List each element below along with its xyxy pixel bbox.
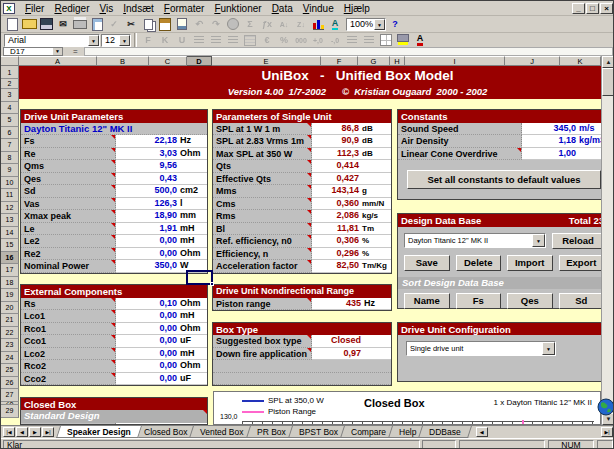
empty-row[interactable] — [213, 360, 391, 373]
row-label[interactable]: Nominal Power — [21, 260, 116, 273]
value-cell[interactable]: Closed — [312, 335, 391, 348]
row-label[interactable]: Rms — [213, 210, 312, 223]
row-header[interactable]: 13 — [1, 214, 19, 227]
value-cell[interactable]: 22,18Hz — [116, 135, 207, 148]
chart-wizard-icon[interactable] — [310, 17, 326, 32]
value-cell[interactable]: 0,296% — [312, 248, 391, 261]
row-label[interactable]: Down fire application — [213, 348, 312, 361]
row-label[interactable]: Acceleration factor — [213, 260, 312, 273]
menu-item[interactable]: Funktioner — [209, 2, 266, 15]
scroll-up-icon[interactable]: ▲ — [602, 56, 614, 68]
value-cell[interactable]: 0,43 — [116, 173, 207, 186]
database-action-button[interactable]: Save — [404, 255, 450, 271]
row-header[interactable]: 24 — [1, 352, 19, 365]
row-header[interactable]: 9 — [1, 164, 19, 177]
print-icon[interactable] — [72, 17, 88, 32]
chevron-down-icon[interactable]: ▼ — [119, 35, 130, 46]
equals-icon[interactable]: = — [73, 47, 78, 56]
value-cell[interactable]: 0,00mH — [116, 348, 207, 361]
row-label[interactable]: Sd — [21, 185, 116, 198]
value-cell[interactable]: 0,414 — [312, 160, 391, 173]
value-cell[interactable]: 0,00Ohm — [116, 323, 207, 336]
sort-button[interactable]: Name — [404, 293, 450, 309]
row-header[interactable]: 2 — [1, 79, 19, 89]
hscroll-right-icon[interactable]: ▶| — [601, 427, 613, 437]
row-label[interactable]: Ref. efficiency, n0 — [213, 235, 312, 248]
row-header[interactable]: 1 — [1, 66, 19, 79]
font-size-select[interactable]: 12 ▼ — [101, 34, 131, 47]
value-cell[interactable]: 86,8dB — [312, 123, 391, 136]
drive-unit-config-select[interactable]: Single drive unit ▼ — [406, 341, 556, 356]
print-preview-icon[interactable] — [89, 17, 105, 32]
row-label[interactable]: Air Density — [398, 135, 522, 148]
value-cell[interactable]: 1,18kg/m3 — [522, 135, 610, 148]
row-label[interactable]: Le — [21, 223, 116, 236]
row-header[interactable]: 7 — [1, 139, 19, 152]
align-center-icon[interactable] — [208, 33, 224, 48]
help-icon[interactable]: ? — [387, 17, 403, 32]
formula-input[interactable] — [84, 47, 613, 56]
row-label[interactable]: Sound Speed — [398, 123, 522, 136]
save-icon[interactable] — [38, 17, 54, 32]
row-header[interactable]: 3 — [1, 89, 19, 102]
row-label[interactable]: Effective Qts — [213, 173, 312, 186]
close-button[interactable]: × — [600, 3, 613, 14]
hscroll-left-icon[interactable]: ◀ — [476, 427, 488, 437]
row-label[interactable]: Re2 — [21, 248, 116, 261]
next-sheet-icon[interactable]: ▶ — [29, 427, 41, 437]
row-label[interactable]: Xmax peak — [21, 210, 116, 223]
database-action-button[interactable]: Export — [559, 255, 605, 271]
value-cell[interactable]: 9,56 — [116, 160, 207, 173]
menu-item[interactable]: Hjælp — [339, 2, 375, 15]
value-cell[interactable]: 0,97 — [312, 348, 391, 361]
menu-item[interactable]: Vis — [95, 2, 119, 15]
row-label[interactable]: Bl — [213, 223, 312, 236]
menu-item[interactable]: Formater — [159, 2, 210, 15]
font-color-icon[interactable] — [412, 33, 428, 48]
value-cell[interactable]: 112,3dB — [312, 148, 391, 161]
row-header[interactable]: 17 — [1, 264, 19, 277]
row-label[interactable]: Linear Cone Overdrive — [398, 148, 522, 161]
row-header[interactable]: 29 — [1, 405, 19, 418]
row-label[interactable]: Piston range — [213, 298, 312, 311]
column-header[interactable]: E — [212, 56, 321, 66]
value-cell[interactable]: 143,14g — [312, 185, 391, 198]
row-label[interactable]: Qts — [213, 160, 312, 173]
sort-button[interactable]: Sd — [559, 293, 605, 309]
email-icon[interactable]: ✉ — [55, 17, 71, 32]
value-cell[interactable]: 126,3l — [116, 198, 207, 211]
value-cell[interactable]: 0,306% — [312, 235, 391, 248]
italic-icon[interactable]: K — [157, 33, 173, 48]
row-label[interactable]: Qms — [21, 160, 116, 173]
menu-item[interactable]: Filer — [20, 2, 49, 15]
row-label[interactable]: Mms — [213, 185, 312, 198]
menu-item[interactable]: Rediger — [49, 2, 94, 15]
currency-icon[interactable]: € — [259, 33, 275, 48]
decrease-indent-icon[interactable] — [344, 33, 360, 48]
last-sheet-icon[interactable]: ▶| — [42, 427, 54, 437]
row-header[interactable]: 21 — [1, 314, 19, 327]
row-header[interactable]: 10 — [1, 177, 19, 190]
open-icon[interactable] — [21, 17, 37, 32]
value-cell[interactable]: 345,0m/s — [522, 123, 610, 136]
column-header[interactable]: B — [97, 56, 149, 66]
row-header[interactable]: 22 — [1, 327, 19, 340]
column-header[interactable]: F — [321, 56, 358, 66]
row-header[interactable]: 11 — [1, 189, 19, 202]
value-cell[interactable]: 0,00Ohm — [116, 248, 207, 261]
column-header[interactable]: H — [390, 56, 405, 66]
increase-indent-icon[interactable] — [361, 33, 377, 48]
selected-cell-D17[interactable] — [186, 270, 213, 285]
row-header[interactable]: 19 — [1, 289, 19, 302]
value-cell[interactable]: 11,81Tm — [312, 223, 391, 236]
sheet-tab[interactable]: DDBase — [418, 426, 472, 438]
undo-icon[interactable]: ↶ — [191, 17, 207, 32]
value-cell[interactable]: 500,0cm2 — [116, 185, 207, 198]
database-action-button[interactable]: Delete — [456, 255, 502, 271]
drive-unit-name-cell[interactable]: Dayton Titanic 12" MK II — [21, 123, 207, 136]
row-header[interactable]: 5 — [1, 114, 19, 127]
column-header[interactable]: G — [358, 56, 390, 66]
redo-icon[interactable]: ↷ — [208, 17, 224, 32]
cut-icon[interactable]: ✂ — [123, 17, 139, 32]
value-cell[interactable]: 2,086kg/s — [312, 210, 391, 223]
